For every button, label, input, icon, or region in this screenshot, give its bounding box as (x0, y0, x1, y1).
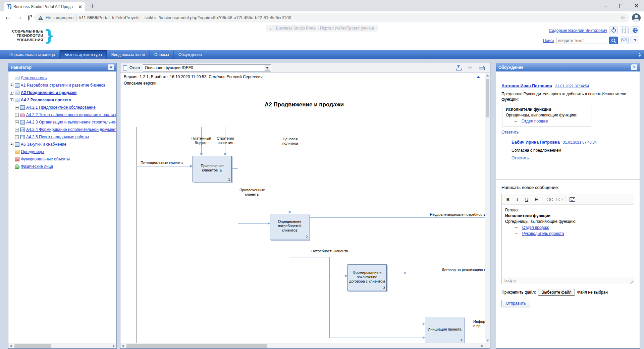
logout-button[interactable] (609, 27, 618, 34)
tab-indicators-input[interactable]: Ввод показателей (107, 50, 150, 59)
print-button[interactable] (477, 64, 485, 71)
reply-link[interactable]: Ответить (512, 156, 529, 160)
send-button[interactable]: Отправить (501, 300, 530, 307)
current-user-link[interactable]: Сидоркин Василий Викторович (549, 28, 607, 33)
insert-link-button[interactable] (545, 196, 554, 203)
tab-business-architecture[interactable]: Бизнес-архитектура (60, 50, 107, 59)
choose-file-button[interactable]: Выберите файл (538, 289, 575, 296)
expand-icon[interactable] (10, 91, 13, 95)
report-horizontal-scrollbar[interactable] (120, 343, 485, 348)
search-button[interactable] (609, 37, 618, 44)
italic-button[interactable]: I (513, 196, 522, 203)
function-box-1[interactable]: Привлечение клиентов_Б 1 (193, 156, 232, 182)
reload-icon[interactable] (26, 15, 32, 20)
org-units-icon (15, 150, 19, 154)
favorite-button[interactable]: ☆ (466, 64, 474, 71)
branch-dot (329, 275, 330, 277)
export-button[interactable] (454, 64, 463, 71)
expand-icon[interactable] (15, 113, 19, 117)
function-box-4[interactable]: Инициация проекта 4 (425, 317, 464, 343)
help-button[interactable]: ? (631, 37, 639, 44)
mail-button[interactable] (620, 37, 629, 44)
insert-image-button[interactable] (568, 196, 577, 203)
browser-tab[interactable]: Business Studio Portal A2 Прода (4, 2, 85, 11)
bold-button[interactable]: B (504, 196, 512, 203)
address-bar[interactable]: Не защищено k11:5558/Portal_InTekhProyek… (34, 13, 629, 22)
search-link[interactable]: Поиск (543, 38, 554, 43)
function-box-3[interactable]: Формирование и заключение договора с кли… (347, 264, 387, 291)
strikethrough-button[interactable]: S (532, 196, 540, 203)
scroll-thumb[interactable] (486, 79, 489, 117)
expand-icon[interactable] (15, 106, 19, 109)
tree-link-a42[interactable]: A4.2 Реализация проекта (21, 98, 71, 102)
back-icon[interactable]: ← (3, 13, 12, 22)
tree-link-a2[interactable]: A2 Продвижение и продажи (21, 90, 76, 95)
scroll-left-icon[interactable] (8, 343, 14, 349)
tree-link-a421[interactable]: A4.2.1 Предпроектное обследование (26, 105, 96, 110)
search-input[interactable] (556, 37, 607, 44)
tree-link-a6[interactable]: A6 Закупки и снабжение (21, 142, 66, 147)
tree-link-a422[interactable]: A4.2.2 Техно-рабочее проектирование и ан… (26, 112, 116, 117)
nav-collapse-icon[interactable] (635, 50, 644, 59)
function-box-2-label: Определение потребностей клиентов (272, 219, 308, 233)
function-box-2[interactable]: Определение потребностей клиентов 2 (270, 214, 309, 240)
mobile-version-button[interactable] (620, 27, 629, 34)
tree-link-a1[interactable]: A1 Разработка стратегии и развитие бизне… (21, 83, 105, 88)
navigator-horizontal-scrollbar[interactable] (8, 343, 116, 348)
window-minimize-button[interactable] (598, 0, 613, 11)
editor-orgunit-link[interactable]: Руководитель проекта (522, 231, 564, 236)
reply-link[interactable]: Ответить (501, 130, 519, 135)
navigator-collapse-button[interactable]: « (108, 64, 114, 70)
tree-link-activity[interactable]: Деятельность (21, 76, 47, 80)
comment-timestamp-link[interactable]: 31.01.2021 07:34:54 (555, 84, 589, 88)
editor-orgunit-link[interactable]: Отдел продаж (522, 225, 549, 230)
tab-surveys[interactable]: Опросы (150, 50, 174, 59)
tree-link-a423[interactable]: A4.2.3 Организация и выполнение строител… (26, 120, 116, 124)
bookmark-star-icon[interactable]: ☆ (621, 14, 625, 21)
forward-icon[interactable]: → (15, 13, 23, 22)
tab-discussions[interactable]: Обсуждения (174, 50, 207, 59)
browser-profile-avatar[interactable] (632, 13, 641, 22)
comment-timestamp-link[interactable]: 31.01.2021 07:40:34 (563, 140, 597, 144)
scroll-right-icon[interactable] (111, 343, 116, 349)
editor-content[interactable]: Готово: Исполнители функции Оргединицы, … (502, 205, 634, 277)
tree-link-functional-objects[interactable]: Функциональные объекты (21, 157, 70, 161)
not-secure-icon[interactable] (38, 16, 43, 20)
label-attracted-clients: Привлеченные клиенты (238, 188, 266, 196)
expand-icon[interactable] (15, 135, 19, 139)
comment-author-link[interactable]: Антонов Иван Петрович (501, 84, 552, 88)
tab-personal-page[interactable]: Персональная страница (5, 50, 60, 59)
tree-link-a425[interactable]: A4.2.5 Пуско-наладочные работы (26, 135, 89, 139)
scroll-thumb[interactable] (126, 344, 267, 348)
underline-button[interactable]: U (523, 196, 531, 203)
label-unmet-needs: Неудовлетворимые потребности (426, 212, 485, 217)
tree-link-orgunits[interactable]: Оргединицы (21, 149, 44, 154)
url-text[interactable]: k11:5558/Portal_InTekhProyekt__sinkhr_/b… (79, 15, 618, 20)
expand-icon[interactable] (10, 98, 13, 102)
expand-icon[interactable] (10, 143, 13, 146)
new-tab-button[interactable] (89, 3, 95, 9)
tree-link-a424[interactable]: A4.2.4 Формирование исполнительной докум… (26, 127, 116, 132)
comment-author-link[interactable]: Бабич Ирина Петровна (512, 140, 560, 145)
discussion-collapse-button[interactable]: » (631, 64, 637, 70)
quote-orgunit-link[interactable]: Отдел продаж (522, 119, 548, 123)
expand-icon[interactable] (15, 128, 19, 132)
scroll-thumb[interactable] (14, 344, 51, 348)
security-label[interactable]: Не защищено (46, 15, 74, 20)
report-vertical-scrollbar[interactable] (485, 73, 490, 343)
expand-icon[interactable] (10, 84, 13, 87)
expand-icon[interactable] (15, 120, 19, 124)
window-maximize-button[interactable] (613, 0, 629, 11)
scroll-down-icon[interactable] (485, 338, 490, 343)
diagram-viewport[interactable]: A2 Продвижение и продажи Привлечение кли… (120, 89, 485, 343)
collapse-report-header-icon[interactable] (477, 76, 480, 78)
resize-grip-icon[interactable] (630, 280, 634, 284)
window-close-button[interactable] (629, 0, 644, 11)
language-button[interactable] (631, 27, 639, 34)
scroll-right-icon[interactable] (479, 343, 485, 349)
tab-close-icon[interactable] (78, 4, 83, 9)
scroll-left-icon[interactable] (120, 343, 126, 349)
report-type-select[interactable]: Описание функции IDEF0 (143, 64, 271, 71)
remove-link-button[interactable] (555, 196, 563, 203)
tree-link-persons[interactable]: Физические лица (21, 164, 53, 169)
